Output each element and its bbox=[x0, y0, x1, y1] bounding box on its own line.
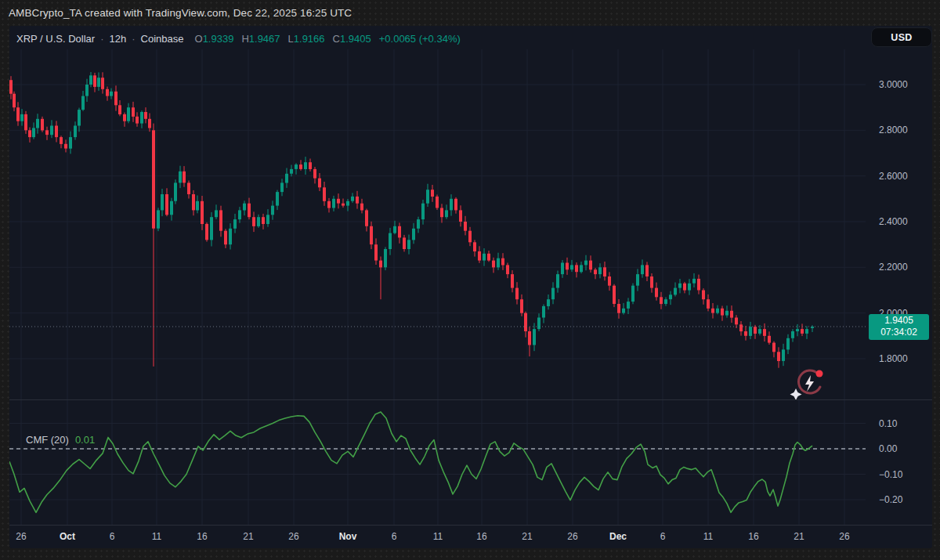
currency-button[interactable]: USD bbox=[871, 27, 932, 47]
symbol-title[interactable]: XRP / U.S. Dollar bbox=[16, 33, 95, 45]
price-tick-label: 2.6000 bbox=[879, 171, 908, 182]
ohlc-item: L1.9166 bbox=[288, 33, 325, 45]
attribution-header: AMBCrypto_TA created with TradingView.co… bbox=[9, 0, 352, 26]
indicator-value: 0.01 bbox=[75, 434, 95, 446]
ohlc-item: C1.9405 bbox=[333, 33, 371, 45]
time-axis-separator bbox=[9, 525, 932, 526]
chart-canvas[interactable] bbox=[9, 26, 932, 548]
time-tick-label: Oct bbox=[60, 531, 75, 542]
tradingview-widget-frame: AMBCrypto_TA created with TradingView.co… bbox=[0, 0, 940, 560]
legend-separator: · bbox=[100, 33, 103, 45]
currency-button-label: USD bbox=[891, 32, 912, 43]
ohlc-values: O1.9339H1.9467L1.9166C1.9405 bbox=[195, 33, 371, 45]
candle-countdown: 07:34:02 bbox=[869, 327, 929, 338]
time-tick-label: 16 bbox=[748, 531, 758, 542]
time-tick-label: 21 bbox=[243, 531, 253, 542]
time-tick-label: 11 bbox=[152, 531, 161, 542]
price-tick-label: 2.2000 bbox=[879, 262, 908, 273]
ohlc-item: O1.9339 bbox=[195, 33, 234, 45]
time-tick-label: 26 bbox=[16, 531, 26, 542]
legend-separator: · bbox=[132, 33, 135, 45]
symbol-legend: XRP / U.S. Dollar · 12h · Coinbase O1.93… bbox=[16, 31, 461, 46]
time-tick-label: 11 bbox=[703, 531, 713, 542]
candlesticks-layer bbox=[9, 72, 814, 368]
change-value: +0.0065 (+0.34%) bbox=[379, 33, 461, 45]
chart-widget: XRP / U.S. Dollar · 12h · Coinbase O1.93… bbox=[9, 26, 932, 548]
ohlc-item: H1.9467 bbox=[241, 33, 280, 45]
last-price-badge: 1.9405 07:34:02 bbox=[869, 314, 929, 340]
last-price-value: 1.9405 bbox=[869, 315, 929, 327]
indicator-tick-label: 0.10 bbox=[879, 418, 897, 429]
time-tick-label: 16 bbox=[197, 531, 207, 542]
time-tick-label: 26 bbox=[839, 531, 849, 542]
interval-label[interactable]: 12h bbox=[110, 33, 127, 45]
brand-logo bbox=[790, 370, 823, 401]
attribution-text: AMBCrypto_TA created with TradingView.co… bbox=[9, 7, 352, 19]
pane-separator[interactable] bbox=[9, 399, 932, 400]
price-tick-label: 2.8000 bbox=[879, 125, 908, 135]
time-tick-label: 6 bbox=[392, 531, 397, 542]
time-tick-label: 6 bbox=[660, 531, 666, 542]
indicator-tick-label: 0.00 bbox=[879, 443, 897, 454]
indicator-tick-label: −0.20 bbox=[879, 494, 902, 505]
indicator-legend[interactable]: CMF (20)0.01 bbox=[26, 434, 95, 446]
cmf-line bbox=[9, 412, 812, 512]
time-tick-label: 21 bbox=[522, 531, 532, 542]
time-tick-label: 16 bbox=[476, 531, 486, 542]
time-tick-label: Nov bbox=[339, 531, 357, 542]
indicator-tick-label: −0.10 bbox=[879, 469, 902, 480]
time-tick-label: 11 bbox=[433, 531, 443, 542]
price-tick-label: 2.4000 bbox=[879, 216, 908, 227]
time-tick-label: Dec bbox=[609, 531, 627, 542]
time-tick-label: 21 bbox=[794, 531, 804, 542]
time-tick-label: 26 bbox=[288, 531, 298, 542]
exchange-label: Coinbase bbox=[141, 33, 184, 45]
time-tick-label: 6 bbox=[110, 531, 115, 542]
price-tick-label: 1.8000 bbox=[879, 353, 908, 364]
time-tick-label: 26 bbox=[567, 531, 577, 542]
price-tick-label: 3.0000 bbox=[879, 79, 908, 90]
indicator-name: CMF (20) bbox=[26, 434, 69, 446]
